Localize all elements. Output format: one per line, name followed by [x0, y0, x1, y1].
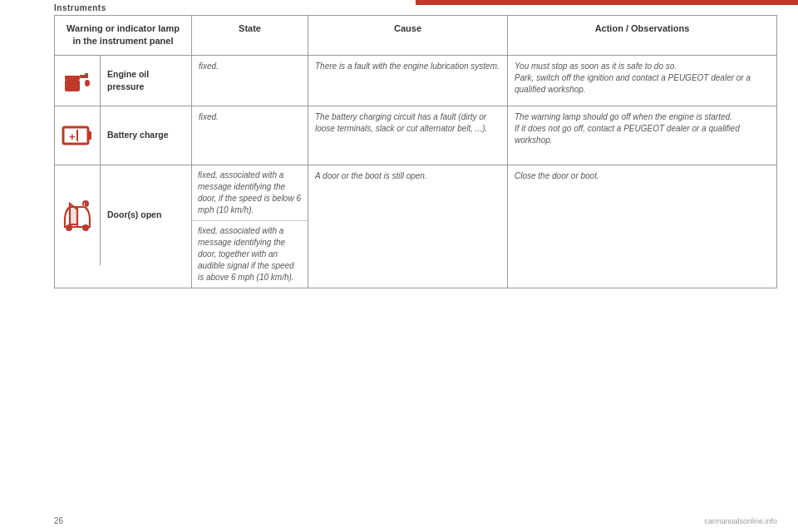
- col-header-lamp: Warning or indicator lamp in the instrum…: [55, 16, 192, 56]
- door-label: Door(s) open: [101, 165, 168, 265]
- col-header-state: State: [192, 16, 308, 56]
- svg-point-12: [82, 224, 89, 231]
- svg-text:!: !: [84, 201, 86, 207]
- door-state-2: fixed, associated with a message identif…: [192, 221, 308, 288]
- door-open-icon: !: [62, 197, 93, 234]
- battery-action: The warning lamp should go off when the …: [508, 106, 777, 165]
- battery-cause: The battery charging circuit has a fault…: [308, 106, 508, 165]
- lamp-cell-engine-oil: Engine oilpressure: [55, 55, 192, 106]
- engine-oil-icon-cell: [55, 56, 101, 106]
- svg-rect-6: [63, 127, 88, 144]
- col-header-action: Action / Observations: [508, 16, 777, 56]
- page-title: Instruments: [0, 3, 106, 12]
- lamp-cell-battery: + Battery charge: [55, 106, 192, 165]
- svg-rect-7: [88, 131, 91, 140]
- svg-text:+: +: [69, 131, 76, 143]
- engine-oil-state: fixed.: [192, 55, 308, 106]
- lamp-cell-door: ! Door(s) open: [55, 165, 192, 288]
- door-cause: A door or the boot is still open.: [308, 165, 508, 288]
- col-header-cause: Cause: [308, 16, 508, 56]
- engine-oil-cause: There is a fault with the engine lubrica…: [308, 55, 508, 106]
- svg-point-4: [85, 80, 90, 86]
- door-state-1: fixed, associated with a message identif…: [192, 165, 308, 221]
- table-row: Engine oilpressure fixed. There is a fau…: [55, 55, 777, 106]
- battery-icon: +: [62, 124, 93, 147]
- warning-lamps-table: Warning or indicator lamp in the instrum…: [54, 15, 777, 288]
- battery-icon-cell: +: [55, 106, 101, 165]
- svg-point-11: [66, 224, 72, 231]
- red-accent-bar: [416, 0, 798, 5]
- svg-rect-3: [65, 76, 80, 80]
- battery-state: fixed.: [192, 106, 308, 165]
- svg-rect-2: [85, 73, 88, 78]
- door-action: Close the door or boot.: [508, 165, 777, 288]
- engine-oil-action: You must stop as soon as it is safe to d…: [508, 55, 777, 106]
- engine-oil-label: Engine oilpressure: [101, 56, 155, 106]
- watermark-text: carmanualsonline.info: [704, 517, 777, 525]
- table-row: + Battery charge fixed. The battery char…: [55, 106, 777, 165]
- door-states-cell: fixed, associated with a message identif…: [192, 165, 308, 288]
- main-content: Warning or indicator lamp in the instrum…: [54, 15, 777, 507]
- page-number: 26: [54, 516, 63, 525]
- engine-oil-icon: [62, 65, 93, 96]
- table-row: ! Door(s) open fixed, associated with a …: [55, 165, 777, 288]
- door-icon-cell: !: [55, 165, 101, 265]
- battery-label: Battery charge: [101, 106, 175, 165]
- table-header-row: Warning or indicator lamp in the instrum…: [55, 16, 777, 56]
